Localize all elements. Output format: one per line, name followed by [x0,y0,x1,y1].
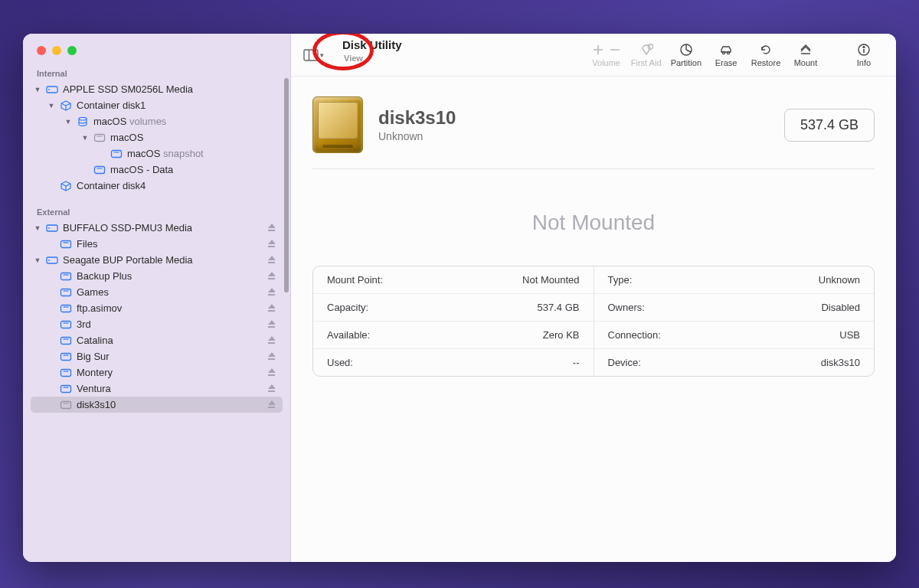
cube-icon [60,100,72,111]
sidebar-item-label: disk3s10 [77,399,261,410]
sidebar-item[interactable]: ▼Seagate BUP Portable Media [31,252,283,268]
vol-grey-icon [93,132,106,143]
info-value: 537.4 GB [538,302,580,313]
vol-icon [93,165,106,175]
sidebar-section-internal: Internal [23,63,290,81]
sidebar-item[interactable]: ▶Backup Plus [31,268,283,284]
sidebar-item-label: 3rd [77,318,261,330]
info-key: Capacity: [327,302,368,313]
toolbar-label: Partition [671,58,702,67]
sidebar-item[interactable]: ▶Files [31,236,283,252]
sidebar-tree-internal: ▼APPLE SSD SM0256L Media▼Container disk1… [23,81,290,201]
first-aid-button[interactable]: First Aid [626,43,666,67]
vol-icon [60,319,72,330]
sidebar-item[interactable]: ▼APPLE SSD SM0256L Media [31,81,283,97]
info-value: -- [573,357,580,368]
close-icon[interactable] [37,46,46,55]
eject-icon[interactable] [266,335,278,346]
view-menu-button[interactable]: ▾ [299,44,329,67]
eject-icon[interactable] [266,270,278,282]
toolbar-label: First Aid [631,58,662,67]
disclosure-icon[interactable]: ▼ [34,86,41,93]
vol-icon [60,335,72,346]
hdd-icon [46,255,58,266]
disclosure-icon[interactable]: ▼ [81,134,89,142]
restore-button[interactable]: Restore [746,43,786,67]
sidebar-item[interactable]: ▶Container disk4 [31,178,283,194]
partition-button[interactable]: Partition [666,43,706,67]
vol-icon [60,303,72,314]
toolbar-label: Mount [794,58,818,67]
eject-icon[interactable] [266,318,278,330]
sidebar-item[interactable]: ▼BUFFALO SSD-PMU3 Media [31,220,283,236]
detail-content: disk3s10 Unknown 537.4 GB Not Mounted Mo… [291,77,896,397]
eject-icon[interactable] [266,351,278,362]
eject-icon[interactable] [266,399,278,410]
disclosure-icon[interactable]: ▼ [47,102,55,109]
sidebar-item-label: BUFFALO SSD-PMU3 Media [63,222,261,234]
sidebar-item-label: Big Sur [77,351,261,362]
toolbar: ▾ Disk Utility View Volume First Aid P [291,34,896,77]
sidebar-item[interactable]: ▶disk3s10 [31,397,283,413]
sidebar-item[interactable]: ▼Container disk1 [31,97,283,113]
volume-add-button[interactable]: Volume [587,43,626,67]
sidebar-item[interactable]: ▶3rd [31,316,283,332]
info-value: Not Mounted [522,274,579,286]
eject-icon[interactable] [266,238,278,250]
sidebar-item-label: Backup Plus [77,270,261,282]
sidebar-item[interactable]: ▶Big Sur [31,348,283,364]
eject-icon[interactable] [266,286,278,298]
main-pane: ▾ Disk Utility View Volume First Aid P [291,34,896,562]
sidebar-item[interactable]: ▶Montery [31,364,283,381]
mount-status: Not Mounted [312,185,875,250]
toolbar-label: Volume [592,58,620,67]
toolbar-label: Info [857,58,871,67]
toolbar-label: Restore [751,58,781,67]
sidebar-scrollbar[interactable] [284,78,289,292]
vol-icon [60,239,72,250]
sidebar-item[interactable]: ▶ftp.asimov [31,300,283,316]
info-key: Device: [608,357,641,368]
info-cell: Owners:Disabled [594,293,875,321]
info-button[interactable]: Info [844,43,884,67]
cube-icon [60,181,72,191]
eject-icon[interactable] [266,302,278,314]
sidebar-item[interactable]: ▼macOS [31,129,283,145]
info-cell: Connection:USB [594,321,875,348]
sidebar-item[interactable]: ▼macOS volumes [31,113,283,129]
sidebar-item[interactable]: ▶Games [31,284,283,300]
vol-icon [60,351,72,362]
info-key: Available: [327,329,370,341]
sidebar-item-label: Container disk4 [77,180,278,191]
minimize-icon[interactable] [52,46,61,55]
info-cell: Device:disk3s10 [594,348,875,376]
sidebar-item-label: ftp.asimov [77,302,261,314]
zoom-icon[interactable] [67,46,77,55]
sidebar-item-label: APPLE SSD SM0256L Media [63,83,278,95]
disclosure-icon[interactable]: ▼ [34,256,41,264]
eject-icon[interactable] [266,254,278,266]
sidebar-item-label: Games [77,286,261,298]
sidebar-item-label: Container disk1 [77,100,278,111]
sidebar-item[interactable]: ▶macOS snapshot [31,145,283,162]
sidebar-item[interactable]: ▶macOS - Data [31,162,283,178]
disclosure-icon[interactable]: ▼ [64,118,72,126]
info-cell: Available:Zero KB [313,321,594,348]
sidebar-item-label: macOS volumes [93,116,278,127]
vol-grey-icon [60,400,72,410]
vol-icon [60,287,72,298]
erase-button[interactable]: Erase [706,43,746,67]
vol-icon [60,271,72,282]
info-key: Type: [608,274,633,286]
disclosure-icon[interactable]: ▼ [34,224,41,232]
sidebar-item[interactable]: ▶Ventura [31,381,283,397]
info-value: Zero KB [543,329,580,341]
info-value: disk3s10 [821,357,860,368]
sidebar-item[interactable]: ▶Catalina [31,332,283,348]
eject-icon[interactable] [266,222,278,234]
disk-kind: Unknown [378,130,456,142]
mount-button[interactable]: Mount [786,43,826,67]
eject-icon[interactable] [266,367,278,378]
eject-icon[interactable] [266,383,278,394]
sidebar-item-label: Montery [77,367,261,378]
